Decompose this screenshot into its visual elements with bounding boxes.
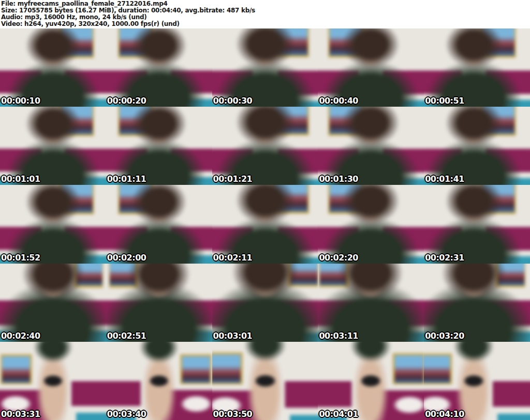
webcam-frame-placeholder xyxy=(106,342,212,420)
timestamp-overlay: 00:03:31 xyxy=(1,409,40,419)
timestamp-overlay: 00:03:20 xyxy=(425,331,464,341)
timestamp-overlay: 00:00:20 xyxy=(107,96,146,106)
video-thumbnail: 00:03:31 xyxy=(0,342,106,420)
timestamp-overlay: 00:01:01 xyxy=(1,174,40,184)
webcam-frame-placeholder xyxy=(0,107,106,185)
timestamp-overlay: 00:04:10 xyxy=(425,409,464,419)
timestamp-overlay: 00:01:11 xyxy=(107,174,146,184)
video-thumbnail: 00:02:31 xyxy=(424,185,530,263)
video-thumbnail: 00:00:10 xyxy=(0,28,106,107)
webcam-frame-placeholder xyxy=(0,28,106,107)
timestamp-overlay: 00:04:01 xyxy=(319,409,358,419)
webcam-frame-placeholder xyxy=(106,185,212,263)
webcam-frame-placeholder xyxy=(424,342,530,420)
webcam-frame-placeholder xyxy=(424,28,530,107)
video-thumbnail: 00:01:41 xyxy=(424,107,530,185)
video-thumbnail: 00:00:40 xyxy=(318,28,424,107)
webcam-frame-placeholder xyxy=(424,185,530,263)
video-thumbnail: 00:01:21 xyxy=(212,107,318,185)
webcam-frame-placeholder xyxy=(0,185,106,263)
timestamp-overlay: 00:00:10 xyxy=(1,96,40,106)
video-thumbnail: 00:03:11 xyxy=(318,264,424,342)
webcam-frame-placeholder xyxy=(212,107,318,185)
webcam-frame-placeholder xyxy=(212,342,318,420)
timestamp-overlay: 00:01:41 xyxy=(425,174,464,184)
contact-sheet: File: myfreecams_paollina_female_2712201… xyxy=(0,0,530,420)
timestamp-overlay: 00:03:40 xyxy=(107,409,146,419)
timestamp-overlay: 00:01:30 xyxy=(319,174,358,184)
video-thumbnail: 00:00:30 xyxy=(212,28,318,107)
timestamp-overlay: 00:03:50 xyxy=(213,409,253,419)
webcam-frame-placeholder xyxy=(106,264,212,342)
video-thumbnail: 00:00:51 xyxy=(424,28,530,107)
video-thumbnail: 00:03:01 xyxy=(212,264,318,342)
video-thumbnail: 00:02:11 xyxy=(212,185,318,263)
video-thumbnail: 00:02:40 xyxy=(0,264,106,342)
timestamp-overlay: 00:01:52 xyxy=(1,253,40,263)
metadata-line-video: Video: h264, yuv420p, 320x240, 1000.00 f… xyxy=(1,21,529,27)
webcam-frame-placeholder xyxy=(106,28,212,107)
timestamp-overlay: 00:02:51 xyxy=(107,331,146,341)
webcam-frame-placeholder xyxy=(106,107,212,185)
timestamp-overlay: 00:03:11 xyxy=(319,331,358,341)
video-thumbnail: 00:01:30 xyxy=(318,107,424,185)
video-thumbnail: 00:04:10 xyxy=(424,342,530,420)
timestamp-overlay: 00:00:30 xyxy=(213,96,253,106)
webcam-frame-placeholder xyxy=(212,185,318,263)
webcam-frame-placeholder xyxy=(318,264,424,342)
webcam-frame-placeholder xyxy=(318,342,424,420)
video-thumbnail: 00:02:00 xyxy=(106,185,212,263)
video-thumbnail: 00:03:20 xyxy=(424,264,530,342)
webcam-frame-placeholder xyxy=(318,107,424,185)
webcam-frame-placeholder xyxy=(212,28,318,107)
video-thumbnail: 00:02:51 xyxy=(106,264,212,342)
video-thumbnail: 00:00:20 xyxy=(106,28,212,107)
timestamp-overlay: 00:02:11 xyxy=(213,253,253,263)
webcam-frame-placeholder xyxy=(0,264,106,342)
video-thumbnail: 00:01:11 xyxy=(106,107,212,185)
video-thumbnail: 00:01:52 xyxy=(0,185,106,263)
webcam-frame-placeholder xyxy=(424,264,530,342)
timestamp-overlay: 00:00:40 xyxy=(319,96,358,106)
metadata-header: File: myfreecams_paollina_female_2712201… xyxy=(0,0,530,28)
timestamp-overlay: 00:02:31 xyxy=(425,253,464,263)
timestamp-overlay: 00:01:21 xyxy=(213,174,253,184)
video-thumbnail: 00:01:01 xyxy=(0,107,106,185)
webcam-frame-placeholder xyxy=(318,185,424,263)
timestamp-overlay: 00:00:51 xyxy=(425,96,464,106)
thumbnail-grid: 00:00:10 00:00:20 00:00:30 00:00:40 00:0… xyxy=(0,28,530,420)
video-thumbnail: 00:04:01 xyxy=(318,342,424,420)
timestamp-overlay: 00:02:40 xyxy=(1,331,40,341)
webcam-frame-placeholder xyxy=(212,264,318,342)
video-thumbnail: 00:03:40 xyxy=(106,342,212,420)
video-thumbnail: 00:03:50 xyxy=(212,342,318,420)
video-thumbnail: 00:02:20 xyxy=(318,185,424,263)
timestamp-overlay: 00:02:20 xyxy=(319,253,358,263)
timestamp-overlay: 00:03:01 xyxy=(213,331,253,341)
timestamp-overlay: 00:02:00 xyxy=(107,253,146,263)
webcam-frame-placeholder xyxy=(318,28,424,107)
webcam-frame-placeholder xyxy=(0,342,106,420)
webcam-frame-placeholder xyxy=(424,107,530,185)
